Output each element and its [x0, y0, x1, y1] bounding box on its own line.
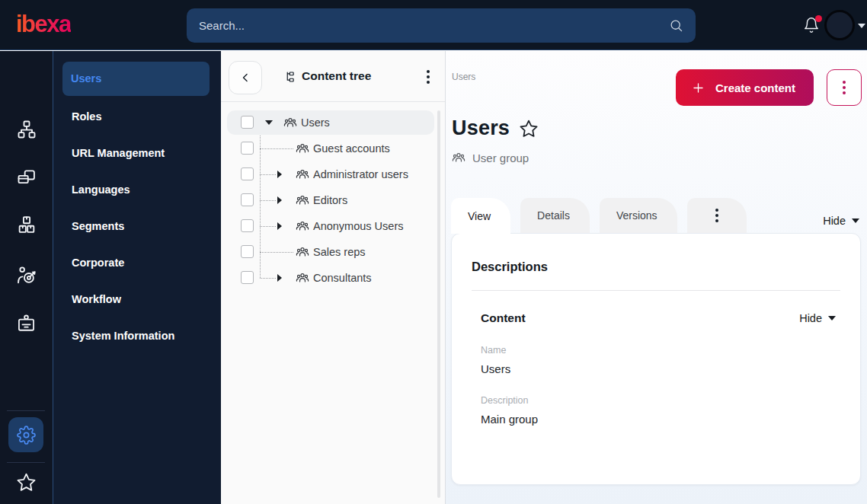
user-group-icon	[296, 271, 309, 285]
rail-item-badge[interactable]	[0, 313, 53, 333]
kebab-icon	[843, 81, 846, 94]
kebab-icon	[715, 209, 718, 222]
card-divider	[472, 290, 840, 291]
plus-icon	[691, 81, 705, 95]
app-frame: Users Roles URL Management Languages Seg…	[0, 51, 867, 504]
field-value: Users	[481, 362, 840, 375]
sidebar-item-corporate[interactable]: Corporate	[53, 244, 221, 281]
tree-options-button[interactable]	[421, 69, 436, 85]
content-tree-icon	[283, 70, 297, 84]
expand-caret-icon[interactable]	[277, 196, 282, 204]
sidebar-item-users[interactable]: Users	[62, 62, 210, 96]
tree-row-administrator-users[interactable]: Administrator users	[221, 161, 445, 187]
pages-icon	[16, 166, 37, 187]
tree-panel-resizer[interactable]	[437, 110, 440, 498]
title-row: Users	[452, 116, 539, 140]
search-icon[interactable]	[669, 18, 683, 33]
page-title: Users	[452, 116, 510, 140]
tree-checkbox[interactable]	[241, 167, 254, 180]
user-group-icon	[296, 167, 309, 181]
notification-dot	[815, 15, 822, 22]
rail-item-audience[interactable]	[0, 265, 53, 286]
field-description: Description Main group	[481, 395, 840, 426]
sitemap-icon	[16, 119, 37, 140]
create-content-button[interactable]: Create content	[676, 69, 814, 106]
field-value: Main group	[481, 413, 840, 426]
rail-divider	[7, 462, 45, 463]
content-tree-panel: Content tree Users G	[221, 51, 446, 504]
tree-row-guest-accounts[interactable]: Guest accounts	[221, 136, 445, 161]
create-content-label: Create content	[715, 81, 795, 94]
content-tree-header: Content tree	[221, 51, 445, 102]
rail-item-bookmarks[interactable]	[0, 472, 53, 493]
content-type-row: User group	[452, 151, 529, 164]
tree-item-label[interactable]: Consultants	[313, 272, 372, 284]
tab-details[interactable]: Details	[520, 198, 590, 233]
expand-caret-icon[interactable]	[277, 171, 282, 178]
tree-checkbox[interactable]	[241, 193, 254, 206]
sidebar-item-workflow[interactable]: Workflow	[53, 281, 221, 317]
tree-item-label[interactable]: Users	[301, 116, 330, 129]
ibexa-logo[interactable]: ibexa	[16, 11, 71, 38]
tree-row-sales-reps[interactable]: Sales reps	[221, 239, 445, 265]
user-group-icon	[296, 142, 309, 155]
tree-row-anonymous-users[interactable]: Anonymous Users	[221, 213, 445, 239]
hide-toggle[interactable]: Hide	[823, 215, 859, 227]
more-actions-button[interactable]	[827, 69, 862, 106]
section-hide-toggle[interactable]: Hide	[799, 312, 836, 324]
tree-checkbox[interactable]	[241, 271, 254, 284]
notifications-button[interactable]	[803, 17, 821, 35]
sidebar-item-system-information[interactable]: System Information	[53, 317, 221, 354]
audience-target-icon	[16, 265, 37, 286]
content-section-header: Content Hide	[481, 311, 836, 325]
tree-item-label[interactable]: Anonymous Users	[313, 220, 403, 232]
badge-icon	[16, 313, 37, 333]
user-menu-caret-icon[interactable]	[858, 24, 865, 28]
rail-item-pages[interactable]	[0, 166, 53, 187]
tree-row-users[interactable]: Users	[221, 110, 445, 136]
tree-checkbox[interactable]	[241, 116, 254, 129]
global-search[interactable]	[187, 8, 696, 43]
tree-item-label[interactable]: Guest accounts	[313, 142, 390, 155]
hide-label: Hide	[823, 215, 846, 227]
content-type-label: User group	[472, 152, 529, 164]
main-content: Users Create content Users User group Vi…	[446, 51, 867, 504]
rail-item-content-structure[interactable]	[0, 119, 53, 140]
user-group-icon	[296, 245, 309, 259]
breadcrumb[interactable]: Users	[452, 72, 475, 82]
tab-versions[interactable]: Versions	[600, 198, 677, 233]
tree-row-consultants[interactable]: Consultants	[221, 265, 445, 291]
collapse-tree-button[interactable]	[229, 61, 262, 94]
expand-caret-icon[interactable]	[277, 274, 282, 282]
tree-checkbox[interactable]	[241, 142, 254, 155]
descriptions-card: Descriptions Content Hide Name Users Des…	[451, 233, 861, 485]
expand-caret-icon[interactable]	[277, 222, 282, 230]
tree-item-label[interactable]: Editors	[313, 194, 347, 206]
user-group-icon	[296, 193, 309, 207]
content-tree: Users Guest accounts Administrator users	[221, 110, 445, 504]
tree-row-editors[interactable]: Editors	[221, 187, 445, 213]
bookmark-star-icon[interactable]	[519, 119, 539, 139]
tab-view[interactable]: View	[451, 198, 510, 234]
tree-checkbox[interactable]	[241, 219, 254, 232]
rail-divider	[7, 410, 45, 411]
sidebar-item-url-management[interactable]: URL Management	[53, 135, 221, 171]
tree-checkbox[interactable]	[241, 245, 254, 258]
user-avatar[interactable]	[824, 10, 855, 40]
tab-bar: View Details Versions Hide	[451, 198, 859, 233]
field-name: Name Users	[481, 345, 840, 375]
tree-item-label[interactable]: Administrator users	[313, 168, 408, 180]
sidebar-item-languages[interactable]: Languages	[53, 171, 221, 208]
top-bar: ibexa	[0, 0, 867, 50]
user-group-icon	[296, 219, 309, 233]
tree-item-label[interactable]: Sales reps	[313, 246, 366, 258]
tab-more-button[interactable]	[687, 198, 747, 233]
selected-row-highlight	[227, 110, 434, 135]
search-input[interactable]	[199, 19, 669, 32]
field-label: Description	[481, 395, 840, 406]
rail-item-catalog[interactable]	[0, 214, 53, 235]
sidebar-item-roles[interactable]: Roles	[53, 98, 221, 135]
collapse-caret-icon[interactable]	[265, 120, 273, 125]
rail-item-admin-active[interactable]	[8, 417, 43, 452]
sidebar-item-segments[interactable]: Segments	[53, 208, 221, 244]
